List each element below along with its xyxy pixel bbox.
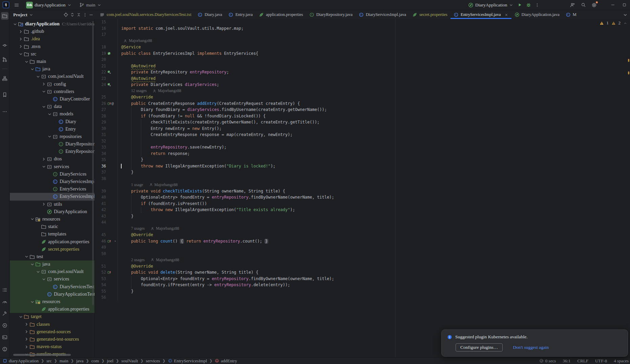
code-line-34[interactable]: 34 return response; (95, 151, 630, 157)
code-line-27[interactable]: 27 Diary foundDiary = diaryServices.find… (95, 107, 630, 113)
code-line-38[interactable]: 38 (95, 176, 630, 182)
code-line-55[interactable]: 55 } (95, 288, 630, 295)
code-line-24[interactable]: 24 private DiaryServices diaryServices; (95, 82, 630, 88)
code-line-17[interactable]: 17 (95, 31, 630, 38)
code-line-32[interactable]: 32 (95, 138, 630, 144)
code-line-19[interactable]: 19public class EntryServicesImpl impleme… (95, 50, 630, 57)
line-number[interactable]: 30 (95, 126, 106, 131)
line-number[interactable]: 15 (95, 20, 106, 24)
breadcrumb-EntryServicesImpl[interactable]: CEntryServicesImpl (168, 358, 207, 364)
breadcrumb-diaryApplication[interactable]: diaryApplication (3, 358, 39, 364)
close-icon[interactable] (504, 13, 508, 17)
line-number[interactable]: 20 (95, 57, 106, 62)
code-line-42[interactable]: 42 throw new IllegalArgumentException("T… (95, 207, 630, 213)
chevron-collapsed-icon[interactable] (24, 344, 29, 349)
more-run-options-button[interactable] (533, 1, 541, 9)
tree-item-services[interactable]: services (10, 163, 94, 170)
tree-item-application.properties[interactable]: application.properties (10, 305, 94, 313)
code-line-30[interactable]: 30 Entry newEntry = new Entry(); (95, 126, 630, 132)
tool-todo-button[interactable] (1, 286, 8, 294)
more-tool-windows-button[interactable] (1, 108, 8, 115)
tab-EntryServicesImpl.java[interactable]: CEntryServicesImpl.java (450, 10, 511, 19)
chevron-expanded-icon[interactable] (30, 262, 35, 267)
breadcrumb-joel[interactable]: joel (107, 358, 113, 364)
breadcrumb-java[interactable]: java (76, 358, 84, 364)
code-line-45[interactable]: 45 @Override (95, 232, 630, 238)
line-number[interactable]: 53 (95, 276, 106, 281)
line-number[interactable]: 35 (95, 157, 106, 162)
code-line-18[interactable]: 18@Service (95, 44, 630, 50)
status-widget-CRLF[interactable]: CRLF (577, 358, 588, 364)
chevron-collapsed-icon[interactable] (24, 329, 29, 334)
breadcrumb-services[interactable]: services (146, 358, 160, 364)
usages-hint[interactable]: 2 usages (131, 257, 145, 263)
code-author-hint[interactable]: Majorbangz88 (156, 257, 179, 263)
main-menu-button[interactable] (13, 1, 21, 9)
chevron-expanded-icon[interactable] (24, 59, 29, 64)
tab-application.properties[interactable]: application.properties (256, 10, 306, 19)
tree-item-java[interactable]: java (10, 65, 94, 73)
fold-marker-icon[interactable]: › (114, 238, 118, 245)
status-widget-36-1[interactable]: 36:1 (563, 358, 570, 364)
window-maximize-button[interactable] (618, 0, 630, 10)
tool-terminal-button[interactable] (1, 334, 8, 341)
tab-Entry.java[interactable]: CEntry.java (225, 10, 256, 19)
select-opened-file-icon[interactable] (63, 12, 68, 17)
tool-bookmarks-button[interactable] (1, 91, 8, 98)
tree-item-com.joel.soulVault[interactable]: com.joel.soulVault (10, 73, 94, 80)
code-line-15[interactable]: 15 (95, 19, 630, 25)
line-number[interactable]: 26 (95, 101, 106, 106)
code-line-16[interactable]: 16import static com.joel.soulVault.utils… (95, 25, 630, 32)
tree-item-models[interactable]: models (10, 110, 94, 118)
line-number[interactable]: 46 (95, 239, 106, 244)
tree-item-repositories[interactable]: repositories (10, 133, 94, 140)
chevron-expanded-icon[interactable] (41, 89, 46, 94)
collapse-all-icon[interactable] (76, 12, 81, 17)
tree-item-DiaryApplication[interactable]: DiaryApplication (10, 208, 94, 215)
code-line-53[interactable]: 53 Optional<Entry> foundEntry = entryRep… (95, 276, 630, 282)
tree-item-Diary[interactable]: CDiary (10, 118, 94, 125)
line-number[interactable]: 28 (95, 114, 106, 118)
line-number[interactable]: 55 (95, 289, 106, 294)
tool-commit-button[interactable] (1, 42, 8, 49)
tree-item-DiaryController[interactable]: CDiaryController (10, 95, 94, 103)
line-number[interactable]: 22 (95, 70, 106, 74)
line-number[interactable]: 44 (95, 220, 106, 225)
status-widget-4-spaces[interactable]: 4 spaces (614, 358, 629, 364)
tree-item-EntryServicesImpl[interactable]: CEntryServicesImpl (10, 193, 94, 200)
breadcrumb-src[interactable]: src (46, 358, 51, 364)
tree-item-utils[interactable]: utils (10, 201, 94, 208)
code-with-me-button[interactable] (568, 1, 576, 9)
vcs-branch-widget[interactable]: main (78, 1, 103, 9)
chevron-expanded-icon[interactable] (47, 112, 52, 117)
usages-hint[interactable]: 1 usage (131, 182, 143, 187)
line-number[interactable]: 24 (95, 82, 106, 87)
code-author-hint[interactable]: Majorbangz88 (158, 88, 181, 93)
line-number[interactable]: 21 (95, 64, 106, 68)
line-number[interactable]: 27 (95, 107, 106, 112)
chevron-collapsed-icon[interactable] (18, 44, 23, 49)
line-number[interactable]: 50 (95, 251, 106, 256)
code-line-36[interactable]: 36 throw new IllegalArgumentException("D… (95, 163, 630, 169)
tree-item-maven-status[interactable]: maven-status (10, 343, 94, 350)
code-line-43[interactable]: 43 } (95, 213, 630, 220)
code-author-hint[interactable]: Majorbangz88 (129, 38, 152, 43)
line-number[interactable]: 41 (95, 201, 106, 206)
chevron-collapsed-icon[interactable] (18, 29, 23, 34)
debug-button[interactable] (524, 1, 532, 9)
line-number[interactable]: 43 (95, 214, 106, 219)
tree-item-services[interactable]: services (10, 275, 94, 283)
tree-item-test[interactable]: test (10, 253, 94, 260)
search-everywhere-button[interactable] (579, 1, 587, 9)
code-line-56[interactable]: 56 (95, 294, 630, 301)
line-number[interactable]: 45 (95, 232, 106, 237)
line-number[interactable]: 16 (95, 26, 106, 31)
usages-hint[interactable]: 7 usages (131, 226, 145, 231)
line-number[interactable]: 39 (95, 189, 106, 194)
code-line-20[interactable]: 20 (95, 56, 630, 63)
tree-item-java[interactable]: java (10, 260, 94, 268)
hide-panel-icon[interactable] (89, 13, 93, 17)
chevron-expanded-icon[interactable] (41, 164, 46, 169)
line-number[interactable]: 38 (95, 176, 106, 181)
line-number[interactable]: 18 (95, 45, 106, 49)
